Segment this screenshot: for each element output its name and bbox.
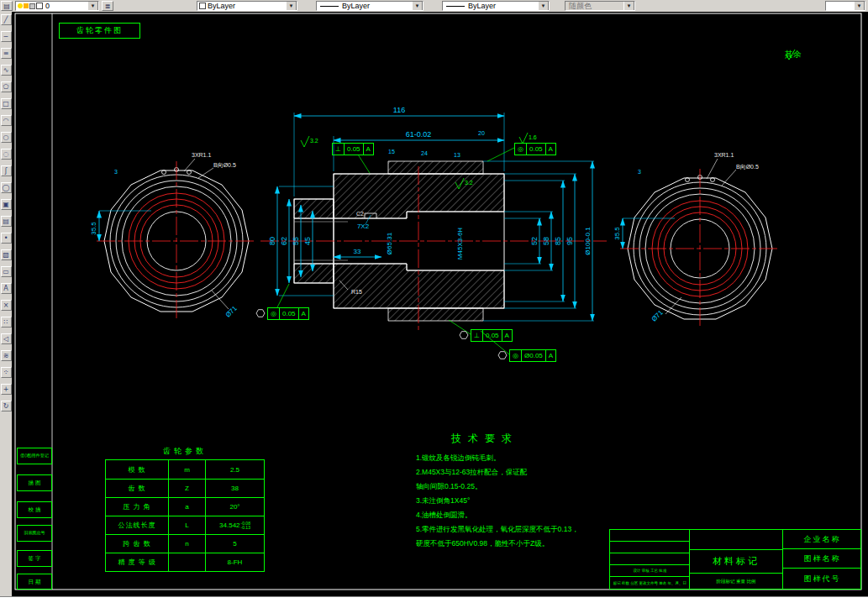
- label-r15: R15: [351, 289, 362, 295]
- tool-offset-button[interactable]: ≋: [1, 350, 12, 361]
- gear-table-cell: 2.5: [205, 460, 264, 479]
- svg-text:3.2: 3.2: [465, 180, 473, 186]
- gear-table-cell: [168, 553, 205, 571]
- gear-table-row: 跨 齿 数n5: [106, 534, 264, 553]
- stage-row: 阶段标记 重量 比例: [690, 574, 782, 589]
- tool-spline-button[interactable]: ʃ: [1, 165, 12, 176]
- app-icon[interactable]: ▤: [1, 1, 13, 11]
- gdt-symbol: ⊥: [333, 144, 344, 155]
- title-block-revision-area: 设计 审核 工艺 批准 标记 处数 分区 更改文件号 签名 年、月、日: [610, 530, 690, 589]
- tech-title: 技术要求: [451, 432, 626, 446]
- gear-table-cell: 公法线长度: [106, 516, 168, 534]
- tool-circle-button[interactable]: ○: [1, 132, 12, 143]
- dim-58: 58: [542, 237, 550, 245]
- chevron-down-icon[interactable]: ▼: [538, 1, 549, 11]
- title-block-empty-cells: [690, 530, 782, 550]
- tool-insert-block-button[interactable]: ▣: [1, 199, 12, 210]
- tool-rotate-button[interactable]: ↻: [1, 401, 12, 411]
- layer-name: 0: [45, 2, 50, 10]
- linetype-sample-icon: [320, 6, 339, 7]
- layer-manager-button[interactable]: ≣: [102, 1, 113, 11]
- drawing-name-cell: 图样名称: [783, 549, 861, 569]
- tool-hatch-button[interactable]: ▧: [1, 249, 12, 260]
- chevron-down-icon[interactable]: ▼: [623, 1, 634, 11]
- tool-mtext-button[interactable]: A: [1, 283, 12, 294]
- roughness-icon: [785, 49, 797, 60]
- color-value: ByLayer: [208, 2, 235, 10]
- chevron-down-icon[interactable]: ▼: [412, 1, 423, 11]
- dim-45: 45: [303, 237, 312, 245]
- chevron-down-icon[interactable]: ▼: [286, 1, 297, 11]
- gear-table-body: 模 数m2.5齿 数Z38压 力 角a20°公法线长度L34.542-0.08-…: [105, 459, 265, 572]
- roughness-icon: 3.2: [301, 136, 318, 147]
- lineweight-dropdown[interactable]: ByLayer ▼: [442, 1, 550, 11]
- color-dropdown[interactable]: ByLayer ▼: [197, 1, 297, 11]
- gear-table-row: 齿 数Z38: [106, 479, 264, 497]
- dim-outer-diameter: Ø100-0.1: [584, 227, 592, 255]
- tech-requirement-line: 硬度不低于650HV0.98，脆性不小于Z级。: [416, 537, 626, 551]
- tool-arc-button[interactable]: ◠: [1, 115, 12, 126]
- tool-rectangle-button[interactable]: □: [1, 98, 12, 109]
- lineweight-sample-icon: [446, 6, 465, 7]
- toolbar-right-dropdown[interactable]: ▼: [825, 1, 865, 11]
- margin-box-trace: 描 图: [17, 474, 52, 491]
- dim-71-right: Ø71: [650, 308, 665, 322]
- tool-mirror-button[interactable]: ◁: [1, 333, 12, 344]
- drawing-canvas[interactable]: 116 61-0.02 15 24 13 20 80 62 55 45 33 7…: [12, 12, 868, 596]
- tool-pline-button[interactable]: ∿: [1, 65, 12, 76]
- gear-table-row: 模 数m2.5: [106, 460, 264, 479]
- gdt-frame-perpendicularity: ⊥0.05A: [471, 329, 513, 342]
- plot-style-dropdown[interactable]: 随颜色 ▼: [565, 1, 635, 11]
- gdt-frame-concentricity: ◎0.05A: [514, 143, 556, 155]
- gear-table-cell: 38: [205, 480, 264, 497]
- gear-table-row: 精 度 等 级8-FH: [106, 553, 264, 571]
- linetype-dropdown[interactable]: ByLayer ▼: [316, 1, 423, 11]
- dim-85: 85: [554, 237, 562, 245]
- gear-table-cell: 模 数: [106, 460, 168, 479]
- tool-erase-button[interactable]: ×: [1, 300, 12, 311]
- dim-15: 15: [388, 149, 395, 155]
- tool-ellipse-button[interactable]: ◯: [1, 182, 12, 193]
- gear-table-cell: 跨 齿 数: [106, 535, 168, 553]
- company-name-cell: 企业名称: [783, 530, 861, 549]
- gdt-frame-concentricity: ◎0.05A: [267, 307, 309, 320]
- chevron-down-icon[interactable]: ▼: [87, 1, 98, 11]
- gear-table-cell: 20°: [205, 498, 264, 516]
- gear-view-right: [620, 159, 780, 328]
- lineweight-value: ByLayer: [468, 2, 496, 10]
- tool-line-button[interactable]: ╱: [1, 14, 12, 25]
- layer-dropdown[interactable]: 0 ▼: [15, 1, 99, 11]
- dim-13: 13: [454, 152, 460, 158]
- tool-copy-button[interactable]: ∷: [1, 317, 12, 328]
- gear-table-cell: 34.542-0.08-0.13: [205, 516, 264, 534]
- gear-table-cell: n: [168, 535, 205, 553]
- gdt-symbol: ◎: [510, 350, 521, 361]
- dim-overall-length: 116: [393, 106, 405, 114]
- gear-parameter-table: 齿轮参数 模 数m2.5齿 数Z38压 力 角a20°公法线长度L34.542-…: [105, 446, 265, 572]
- layer-lock-icon: [29, 3, 35, 9]
- tool-point-button[interactable]: •: [1, 233, 12, 244]
- tool-region-button[interactable]: ▭: [1, 266, 12, 277]
- dim-95: 95: [566, 237, 574, 245]
- gear-table-row: 公法线长度L34.542-0.08-0.13: [106, 516, 264, 534]
- gdt-symbol: ◎: [515, 144, 526, 155]
- dim-62: 62: [280, 237, 288, 245]
- dim-bore: Ø65.31: [386, 232, 393, 254]
- gear-table-cell: m: [168, 460, 205, 479]
- gdt-frame-perpendicularity: ⊥0.05A: [332, 143, 374, 155]
- command-line[interactable]: [0, 596, 868, 608]
- tool-move-button[interactable]: +: [1, 384, 12, 395]
- tool-array-button[interactable]: ⁘: [1, 367, 12, 378]
- layer-on-icon: [18, 3, 23, 8]
- drawing-title-text: 齿轮零件图: [76, 25, 123, 36]
- chevron-down-icon[interactable]: ▼: [854, 1, 865, 11]
- label-holes-right: 3XR1.1: [714, 152, 734, 158]
- margin-box-borrow: 借(通)用件登记: [17, 448, 52, 464]
- tool-xline-button[interactable]: ─: [1, 31, 12, 42]
- tool-make-block-button[interactable]: ▤: [1, 216, 12, 227]
- tool-mline-button[interactable]: ≡: [1, 48, 12, 59]
- tool-revcloud-button[interactable]: ◌: [1, 149, 12, 160]
- tool-polygon-button[interactable]: ⬠: [1, 81, 12, 92]
- dim-35-5-left: 35.5: [90, 222, 97, 235]
- technical-requirements: 技术要求 1.锻纹及各锐边倒钝毛刺。2.M45X3与12-63拉杆配合，保证配轴…: [416, 432, 626, 551]
